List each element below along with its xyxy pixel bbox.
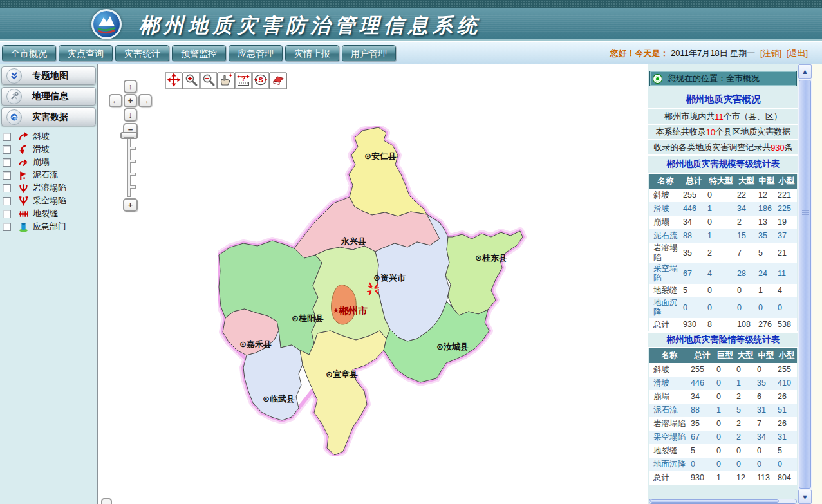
scale-icon: S [254, 73, 268, 89]
scrollbar-thumb[interactable] [799, 80, 811, 489]
map-toolbar: ?S [165, 72, 287, 89]
table-row-泥石流: 泥石流881153537 [649, 229, 797, 243]
tab-应急管理[interactable]: 应急管理 [229, 45, 283, 61]
scale-tool-button[interactable]: S [252, 72, 269, 89]
scale-table-title-link[interactable]: 郴州地质灾害规模等级统计表 [648, 156, 798, 174]
tab-全市概况[interactable]: 全市概况 [2, 45, 56, 61]
header: 郴州地质灾害防治管理信息系统 [0, 0, 822, 42]
column-header: 小型 [776, 348, 797, 363]
layer-row-采空塌陷: 采空塌陷 [0, 194, 97, 207]
measure-icon: ? [236, 73, 250, 89]
identify-tool-button[interactable] [218, 72, 234, 89]
layer-checkbox-斜坡[interactable] [3, 133, 11, 141]
tab-灾情上报[interactable]: 灾情上报 [285, 45, 339, 61]
location-dot-icon [653, 75, 662, 83]
table-cell: 0 [715, 363, 735, 377]
district-map[interactable]: ⊙安仁县 永兴县 ⊙资兴市 ⊙桂东县 ⊙桂阳县 ⊙汝城县 ⊙嘉禾县 ⊙临武县 ⊙… [218, 126, 530, 456]
table-cell: 2 [706, 243, 736, 263]
table-cell: 0 [715, 458, 735, 471]
layer-checkbox-泥石流[interactable] [3, 171, 11, 180]
table-cell: 35 [689, 417, 715, 431]
tab-灾害统计[interactable]: 灾害统计 [115, 45, 169, 61]
zoom-out-tool-button[interactable] [200, 72, 217, 89]
svg-text:S: S [259, 76, 263, 84]
slope-icon [17, 131, 29, 142]
scroll-up-button[interactable]: ▲ [798, 64, 812, 79]
sidebar-section-地理信息[interactable]: 地理信息 [1, 87, 96, 106]
table-cell: 51 [776, 404, 797, 417]
table-cell: 446 [689, 377, 715, 390]
layer-checkbox-采空塌陷[interactable] [3, 197, 11, 205]
pan-right-button[interactable]: → [138, 94, 152, 107]
tab-用户管理[interactable]: 用户管理 [342, 45, 396, 61]
label-yizhang: ⊙宜章县 [326, 369, 358, 379]
table-cell: 2 [735, 417, 756, 431]
table-cell: 2 [735, 431, 756, 444]
district-guidong[interactable] [445, 231, 523, 315]
pan-center-button[interactable]: + [124, 94, 137, 107]
layer-row-滑坡: 滑坡 [0, 143, 97, 156]
table-row-总计: 总计930112113804 [649, 471, 797, 485]
label-jiahe: ⊙嘉禾县 [239, 339, 272, 349]
pan-left-button[interactable]: ← [109, 94, 122, 107]
danger-table-title-link[interactable]: 郴州地质灾害险情等级统计表 [648, 331, 798, 348]
zoom-in-button[interactable]: + [123, 198, 138, 212]
measure-tool-button[interactable]: ? [235, 72, 252, 89]
table-cell: 34 [689, 390, 715, 404]
sidebar-section-专题地图[interactable]: 专题地图 [1, 66, 96, 85]
overview-line-1: 郴州市境内共11个市（县、区） [648, 109, 798, 125]
table-row-斜坡: 斜坡255000255 [649, 363, 797, 377]
table-cell: 28 [736, 263, 757, 284]
label-guidong: ⊙桂东县 [475, 253, 507, 263]
zoom-slider-thumb[interactable] [120, 132, 138, 139]
app-logo-icon [91, 9, 122, 39]
table-cell: 255 [682, 189, 706, 202]
table-cell: 1 [715, 404, 735, 417]
table-cell: 276 [757, 318, 776, 331]
zoom-in-tool-button[interactable] [183, 72, 200, 89]
label-guiyang: ⊙桂阳县 [292, 313, 324, 323]
pan-down-button[interactable]: ↓ [124, 108, 137, 122]
scrollbar-grip [802, 210, 809, 216]
table-cell: 255 [776, 363, 797, 377]
panel-horizontal-scrollbar-thumb[interactable] [650, 499, 779, 503]
table-cell: 2 [736, 216, 757, 229]
sidebar-section-灾害数据[interactable]: 灾害数据 [1, 107, 96, 126]
table-cell: 446 [682, 202, 706, 216]
pan-up-button[interactable]: ↑ [124, 80, 137, 93]
map-corner-button[interactable] [101, 498, 112, 504]
table-row-滑坡: 滑坡4460135410 [649, 377, 797, 390]
table-cell: 410 [776, 377, 797, 390]
scale-statistics-table: 名称总计特大型大型中型小型斜坡25502212221滑坡446134186225… [649, 174, 797, 331]
layer-label: 泥石流 [33, 169, 58, 181]
overview-title: 郴州地质灾害概况 [648, 90, 798, 109]
exit-link[interactable]: [退出] [787, 48, 808, 58]
table-cell: 采空塌陷 [649, 431, 689, 444]
table-cell: 930 [689, 471, 715, 485]
pan-tool-button[interactable] [165, 72, 182, 89]
layer-checkbox-岩溶塌陷[interactable] [3, 184, 11, 192]
sidebar-sections: 专题地图地理信息灾害数据 [0, 66, 97, 126]
eraser-tool-button[interactable] [270, 72, 286, 89]
table-cell: 31 [756, 404, 776, 417]
layer-row-崩塌: 崩塌 [0, 156, 97, 169]
table-cell: 0 [706, 297, 736, 318]
scroll-down-button[interactable]: ▼ [798, 490, 812, 504]
logout-link[interactable]: [注销] [760, 48, 781, 58]
tab-预警监控[interactable]: 预警监控 [172, 45, 226, 61]
table-row-地裂缝: 地裂缝50014 [649, 284, 797, 297]
layer-checkbox-地裂缝[interactable] [3, 210, 11, 218]
table-cell: 2 [735, 390, 756, 404]
table-cell: 滑坡 [649, 377, 689, 390]
tab-灾点查询[interactable]: 灾点查询 [59, 45, 113, 61]
right-panel: 您现在的位置：全市概况 郴州地质灾害概况 郴州市境内共11个市（县、区） 本系统… [648, 64, 798, 504]
map-area[interactable]: ?S ↑ ← + → ↓ − + [98, 64, 648, 504]
panel-horizontal-scrollbar[interactable] [649, 499, 797, 504]
layer-label: 崩塌 [33, 156, 50, 168]
layer-checkbox-崩塌[interactable] [3, 158, 11, 167]
panel-vertical-scrollbar[interactable]: ▲ ▼ [798, 64, 812, 504]
table-cell: 26 [776, 417, 797, 431]
layer-checkbox-滑坡[interactable] [3, 145, 11, 154]
column-header: 特大型 [706, 174, 736, 189]
layer-checkbox-应急部门[interactable] [3, 223, 11, 231]
